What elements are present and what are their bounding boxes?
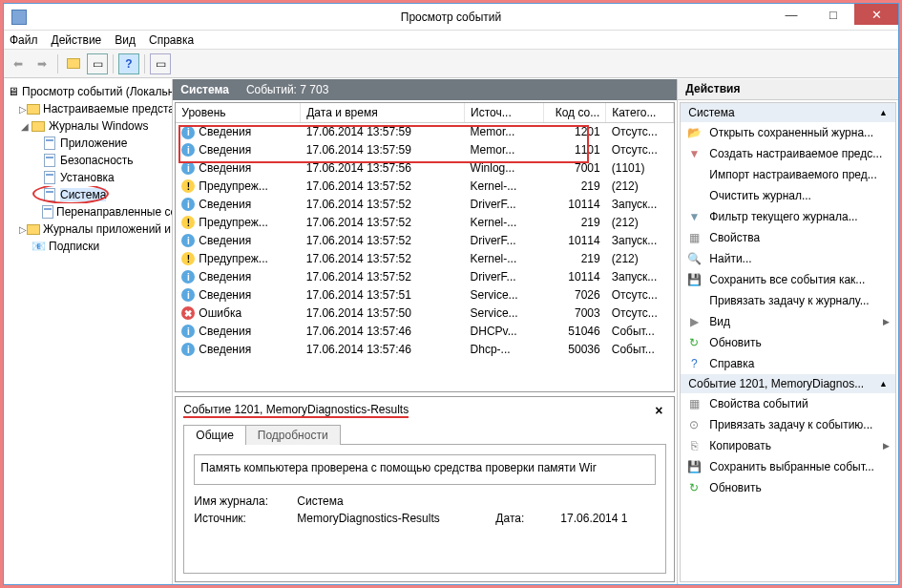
- folder-icon: [31, 121, 45, 132]
- table-row[interactable]: iСведения17.06.2014 13:57:46DHCPv...5104…: [176, 323, 674, 341]
- subscriptions-icon: 📧: [31, 240, 46, 253]
- table-row[interactable]: iСведения17.06.2014 13:57:52DriverF...10…: [176, 196, 674, 214]
- log-icon: [44, 154, 55, 167]
- tab-general[interactable]: Общие: [183, 425, 245, 445]
- action-label: Копировать: [709, 439, 771, 452]
- table-row[interactable]: !Предупреж...17.06.2014 13:57:52Kernel-.…: [176, 178, 674, 196]
- actions-section-system[interactable]: Система▲: [681, 103, 895, 122]
- events-table-wrap[interactable]: Уровень Дата и время Источ... Код со... …: [175, 102, 675, 392]
- source-value: MemoryDiagnostics-Results: [297, 512, 488, 525]
- action-item[interactable]: ▼Фильтр текущего журнала...: [681, 206, 895, 227]
- action-item[interactable]: 🔍Найти...: [681, 248, 895, 269]
- detail-close-button[interactable]: ×: [651, 403, 666, 418]
- action-item[interactable]: 💾Сохранить все события как...: [681, 269, 895, 290]
- action-icon: 💾: [686, 272, 702, 287]
- tree-forwarded[interactable]: Перенаправленные соб: [4, 203, 172, 220]
- menu-help[interactable]: Справка: [149, 33, 194, 47]
- back-button[interactable]: ⬅: [8, 53, 29, 74]
- action-item[interactable]: Очистить журнал...: [681, 185, 895, 206]
- log-value: Система: [297, 494, 488, 508]
- eventviewer-icon: 🖥: [8, 85, 19, 98]
- table-row[interactable]: !Предупреж...17.06.2014 13:57:52Kernel-.…: [176, 214, 674, 232]
- col-date[interactable]: Дата и время: [301, 103, 465, 123]
- forward-button[interactable]: ➡: [31, 53, 52, 74]
- tree-panel[interactable]: 🖥Просмотр событий (Локальны ▷Настраиваем…: [4, 79, 173, 584]
- col-code[interactable]: Код со...: [544, 103, 606, 123]
- action-item[interactable]: ↻Обновить: [681, 332, 895, 353]
- center-header: Система Событий: 7 703: [173, 79, 677, 100]
- tree-security[interactable]: Безопасность: [4, 152, 172, 169]
- close-button[interactable]: ✕: [854, 4, 898, 25]
- action-label: Импорт настраиваемого пред...: [709, 168, 876, 181]
- tree-app-services-logs[interactable]: ▷Журналы приложений и сл: [4, 220, 172, 238]
- center-panel: Система Событий: 7 703 Уровень Дата и вр…: [173, 79, 678, 584]
- log-icon: [44, 171, 55, 184]
- action-item[interactable]: ⎘Копировать▶: [681, 435, 895, 456]
- action-icon: ▼: [686, 209, 702, 224]
- preview-button[interactable]: ▭: [150, 53, 171, 74]
- info-icon: i: [181, 198, 195, 211]
- col-source[interactable]: Источ...: [465, 103, 544, 123]
- info-icon: i: [181, 343, 195, 356]
- table-row[interactable]: iСведения17.06.2014 13:57:59Memor...1201…: [176, 123, 674, 141]
- action-icon: [686, 167, 702, 182]
- minimize-button[interactable]: —: [770, 4, 812, 25]
- action-label: Обновить: [709, 481, 761, 494]
- tree-subscriptions[interactable]: 📧Подписки: [4, 238, 172, 255]
- table-row[interactable]: ✖Ошибка17.06.2014 13:57:50Service...7003…: [176, 304, 674, 323]
- app-window: Просмотр событий — □ ✕ Файл Действие Вид…: [3, 3, 899, 585]
- menu-view[interactable]: Вид: [115, 33, 136, 47]
- menu-file[interactable]: Файл: [10, 33, 38, 47]
- info-icon: i: [181, 143, 195, 157]
- menu-action[interactable]: Действие: [52, 33, 102, 47]
- maximize-button[interactable]: □: [812, 4, 854, 25]
- tree-custom-views[interactable]: ▷Настраиваемые представл: [4, 100, 172, 117]
- actions-panel: Действия Система▲ 📂Открыть сохраненный ж…: [678, 79, 898, 584]
- action-item[interactable]: ▶Вид▶: [681, 311, 895, 332]
- window-title: Просмотр событий: [401, 10, 501, 24]
- actions-section-event[interactable]: Событие 1201, MemoryDiagnos...▲: [681, 374, 895, 393]
- action-item[interactable]: ▦Свойства событий: [681, 393, 895, 414]
- col-category[interactable]: Катего...: [606, 103, 674, 123]
- col-level[interactable]: Уровень: [176, 103, 300, 123]
- action-item[interactable]: 📂Открыть сохраненный журна...: [681, 122, 895, 143]
- table-row[interactable]: iСведения17.06.2014 13:57:52DriverF...10…: [176, 232, 674, 250]
- show-tree-button[interactable]: [63, 53, 84, 74]
- info-icon: i: [181, 234, 195, 247]
- tab-details[interactable]: Подробности: [245, 425, 341, 445]
- action-item[interactable]: ▦Свойства: [681, 227, 895, 248]
- help-button[interactable]: ?: [118, 53, 139, 74]
- action-item[interactable]: ↻Обновить: [681, 477, 895, 498]
- action-icon: ?: [686, 356, 702, 371]
- collapse-icon: ▲: [879, 108, 888, 117]
- table-row[interactable]: iСведения17.06.2014 13:57:46Dhcp-...5003…: [176, 341, 674, 359]
- action-label: Справка: [709, 357, 754, 370]
- tree-application[interactable]: Приложение: [4, 135, 172, 152]
- action-icon: ▶: [686, 314, 702, 329]
- warn-icon: !: [181, 252, 195, 265]
- action-icon: 🔍: [686, 251, 702, 266]
- action-icon: 💾: [686, 459, 702, 474]
- tree-root[interactable]: 🖥Просмотр событий (Локальны: [4, 83, 172, 100]
- table-row[interactable]: iСведения17.06.2014 13:57:59Memor...1101…: [176, 141, 674, 159]
- action-item[interactable]: 💾Сохранить выбранные событ...: [681, 456, 895, 477]
- action-item[interactable]: ?Справка: [681, 353, 895, 374]
- table-row[interactable]: iСведения17.06.2014 13:57:56Winlog...700…: [176, 159, 674, 178]
- action-item[interactable]: Привязать задачу к журналу...: [681, 290, 895, 311]
- table-row[interactable]: !Предупреж...17.06.2014 13:57:52Kernel-.…: [176, 250, 674, 268]
- action-item[interactable]: Импорт настраиваемого пред...: [681, 164, 895, 185]
- action-item[interactable]: ⊙Привязать задачу к событию...: [681, 414, 895, 435]
- action-icon: ↻: [686, 480, 702, 495]
- info-icon: i: [181, 288, 195, 302]
- table-row[interactable]: iСведения17.06.2014 13:57:52DriverF...10…: [176, 268, 674, 286]
- log-name: Система: [180, 83, 229, 96]
- table-row[interactable]: iСведения17.06.2014 13:57:51Service...70…: [176, 286, 674, 304]
- tree-windows-logs[interactable]: ◢Журналы Windows: [4, 117, 172, 135]
- action-label: Очистить журнал...: [709, 189, 811, 202]
- panel-button[interactable]: ▭: [87, 53, 108, 74]
- events-table: Уровень Дата и время Источ... Код со... …: [176, 103, 674, 359]
- action-icon: [686, 188, 702, 203]
- action-item[interactable]: ▼Создать настраиваемое предс...: [681, 143, 895, 164]
- tree-system[interactable]: Система: [4, 186, 172, 203]
- tree-setup[interactable]: Установка: [4, 169, 172, 186]
